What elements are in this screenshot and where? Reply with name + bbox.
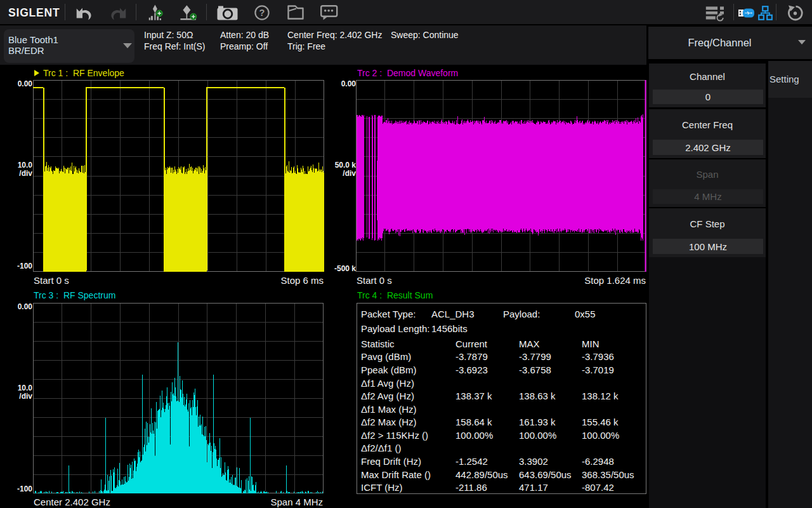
svg-text:?: ?: [259, 8, 265, 18]
